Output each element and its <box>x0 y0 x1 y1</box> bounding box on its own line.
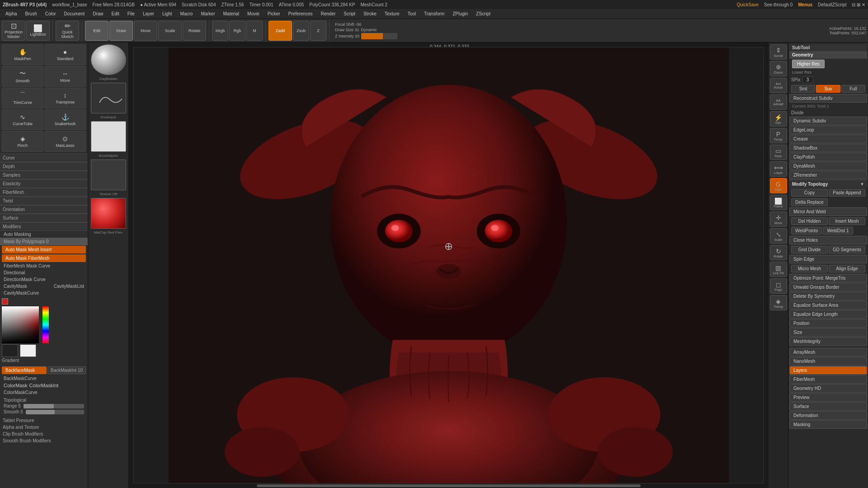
zsub-btn[interactable]: Zsub <box>293 21 309 41</box>
fiber-mesh-btn[interactable]: FiberMesh <box>789 375 867 384</box>
preview-btn[interactable]: Preview <box>789 393 867 402</box>
clip-brush[interactable]: Clip Brush Modifiers <box>0 431 88 437</box>
menus-label[interactable]: Menus <box>798 2 812 7</box>
edge-loop-btn[interactable]: EdgeLoop <box>789 126 867 134</box>
mirror-weld-btn[interactable]: Mirror And Weld <box>789 207 867 216</box>
z-btn[interactable]: Z <box>310 21 326 41</box>
menu-layer[interactable]: Layer <box>139 10 158 17</box>
menu-alpha[interactable]: Alpha <box>2 10 21 17</box>
rotate-btn[interactable]: Rotate <box>183 21 206 41</box>
laym-icon-btn[interactable]: ⟺ L/Aym <box>770 161 787 177</box>
marker-red-thumb[interactable] <box>91 198 126 229</box>
delete-symmetry-btn[interactable]: Delete By Symmetry <box>789 292 867 300</box>
z-remesher-btn[interactable]: ZRemesher <box>789 171 867 179</box>
copy-btn[interactable]: Copy <box>791 189 828 197</box>
actual-icon-btn[interactable]: Act Actual <box>770 78 787 93</box>
scale-btn[interactable]: Scale <box>158 21 182 41</box>
hue-strip[interactable] <box>42 306 49 343</box>
canvas-viewport[interactable] <box>133 47 764 483</box>
range-slider[interactable] <box>24 404 84 408</box>
menu-light[interactable]: Light <box>159 10 176 17</box>
micro-mesh-btn[interactable]: Micro Mesh <box>791 265 828 272</box>
dynamic-subdiv-btn[interactable]: Dynamic Subdiv <box>789 117 867 125</box>
mesh-integrity-btn[interactable]: MeshIntegrity <box>789 337 867 346</box>
weld-points-btn[interactable]: WeldPoints <box>791 227 822 235</box>
rgb-btn[interactable]: Rgb <box>229 21 245 41</box>
move-icon-btn[interactable]: ✛ Move <box>770 211 787 227</box>
move-btn[interactable]: Move <box>134 21 157 41</box>
canvas-area[interactable]: -0.244,-0.371, 0.333 <box>129 42 769 488</box>
freehand-thumb[interactable] <box>91 83 126 113</box>
brush-transpose[interactable]: ↕ Transpose <box>44 88 86 108</box>
scroll-icon-btn[interactable]: ⇕ Scroll <box>770 44 787 60</box>
position-btn[interactable]: Position <box>789 319 867 328</box>
menu-file[interactable]: File <box>124 10 138 17</box>
cavitymask-item[interactable]: CavityMask CavityMaskList <box>0 283 88 290</box>
scale-icon-btn[interactable]: ⤡ Scale <box>770 228 787 244</box>
brush-move[interactable]: ↔ Move <box>44 66 86 87</box>
ungroup-border-btn[interactable]: Unwald Groups Border <box>789 283 867 291</box>
menu-preferences[interactable]: Preferences <box>285 10 316 17</box>
spin-edge-btn[interactable]: Spin Edge <box>789 255 867 263</box>
projection-master-btn[interactable]: ⊡ Projection Master <box>2 21 25 41</box>
zadd-btn[interactable]: Zadd <box>269 21 292 41</box>
menu-zscript[interactable]: ZScript <box>472 10 494 17</box>
shadow-box-btn[interactable]: ShadowBox <box>789 144 867 152</box>
nano-mesh-btn[interactable]: NanoMesh <box>789 357 867 366</box>
polyf-icon-btn[interactable]: ◻ Polyf <box>770 278 787 294</box>
smt-btn[interactable]: Smt <box>791 85 815 93</box>
layers-btn[interactable]: Layers <box>789 366 867 375</box>
tablet-pressure[interactable]: Tablet Pressure <box>0 417 88 424</box>
brush-snakehook[interactable]: ⚓ SnakeHook <box>44 109 86 130</box>
directional-item[interactable]: Directional <box>0 269 88 276</box>
array-mesh-btn[interactable]: ArrayMesh <box>789 348 867 357</box>
back-mask-curve[interactable]: BackMaskCurve <box>0 375 88 382</box>
z-intensity-slider[interactable] <box>361 33 397 39</box>
surface-btn[interactable]: Surface <box>789 402 867 411</box>
optimize-point-btn[interactable]: Optimize Point: MergeTris <box>789 274 867 282</box>
brush-maslasso[interactable]: ⊙ MasLasso <box>44 131 86 152</box>
menu-brush[interactable]: Brush <box>22 10 41 17</box>
full-btn[interactable]: Full <box>841 85 865 93</box>
clay-builder-thumb[interactable] <box>91 44 126 75</box>
menu-marker[interactable]: Marker <box>197 10 218 17</box>
menu-material[interactable]: Material <box>220 10 243 17</box>
brush-maskpen[interactable]: ✋ MaskPen <box>2 44 43 65</box>
crease-btn[interactable]: Crease <box>789 135 867 143</box>
menu-macro[interactable]: Macro <box>177 10 197 17</box>
linefill-icon-btn[interactable]: ▥ Line Fill <box>770 262 787 277</box>
paste-append-btn[interactable]: Paste Append <box>829 189 865 197</box>
persp-icon-btn[interactable]: P Persp <box>770 128 787 143</box>
menu-tool[interactable]: Tool <box>404 10 420 17</box>
insert-mesh-btn[interactable]: Insert Mesh <box>829 217 865 225</box>
quick-sketch-btn[interactable]: ✏ Quick Sketch <box>56 21 79 41</box>
brush-trimcurve[interactable]: ⌒ TrimCurve <box>2 88 43 108</box>
mrgb-btn[interactable]: Mrgb <box>212 21 228 41</box>
aahalf-icon-btn[interactable]: AA AAHalf <box>770 94 787 110</box>
brush-pinch[interactable]: ◈ Pinch <box>2 131 43 152</box>
smooth-slider[interactable] <box>26 410 84 414</box>
close-holes-btn[interactable]: Close Holes <box>789 236 867 244</box>
brush-smooth[interactable]: 〜 Smooth <box>2 66 43 87</box>
size-btn[interactable]: Size <box>789 328 867 337</box>
see-through[interactable]: See-through 0 <box>764 2 793 7</box>
grp2-icon-btn[interactable]: G Grp2 <box>770 178 787 193</box>
edit-btn[interactable]: Edit <box>85 21 108 41</box>
backface-mask-btn[interactable]: BackfaceMask <box>2 366 47 374</box>
menu-document[interactable]: Document <box>61 10 89 17</box>
zoom-icon-btn[interactable]: ⊕ Zoom <box>770 61 787 76</box>
menu-zplugin[interactable]: ZPlugin <box>449 10 472 17</box>
menu-texture[interactable]: Texture <box>381 10 403 17</box>
align-edge-btn[interactable]: Align Edge <box>829 265 865 272</box>
modify-topology-header[interactable]: Modify Topology ▼ <box>789 180 867 188</box>
auto-mask-fibermesh-btn[interactable]: Auto Mask FiberMesh <box>2 254 86 262</box>
equalize-edge-btn[interactable]: Equalize Edge Length <box>789 310 867 319</box>
smooth-brush[interactable]: Smooth Brush Modifiers <box>0 437 88 444</box>
brush-alpha-thumb[interactable] <box>91 121 126 152</box>
floor-icon-btn[interactable]: ▭ Floor <box>770 145 787 160</box>
transp-icon-btn[interactable]: ◈ Transp <box>770 295 787 310</box>
lightbox-btn[interactable]: ⬜ LightBox <box>26 21 50 41</box>
back-mask-int[interactable]: BackMaskInt 10 <box>47 366 86 374</box>
canvas-scrollbar-h[interactable] <box>129 483 769 488</box>
texture-off-thumb[interactable] <box>91 160 126 190</box>
